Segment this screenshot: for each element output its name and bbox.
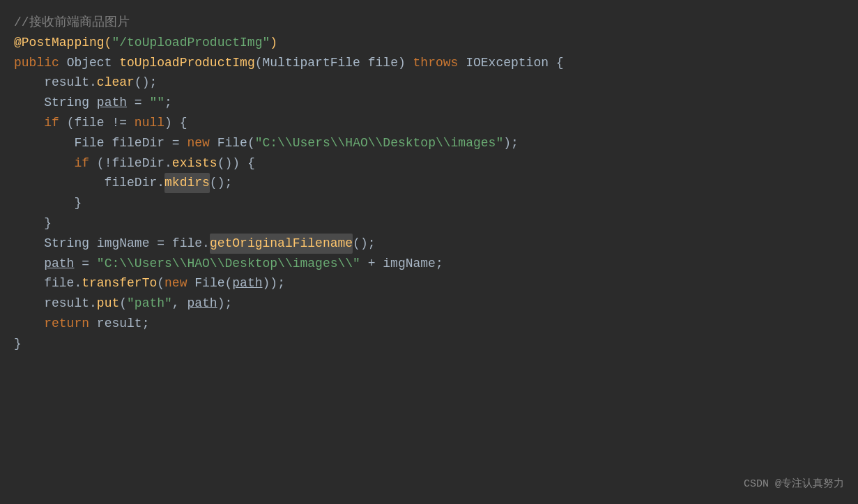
indent3: fileDir. <box>14 173 164 193</box>
method-name: toUploadProductImg <box>119 53 254 73</box>
paren-open: ( <box>255 53 263 73</box>
code-line-2: @PostMapping("/toUploadProductImg") <box>14 33 844 53</box>
code-line-9: fileDir.mkdirs(); <box>14 173 844 193</box>
annotation-close: ) <box>270 33 277 53</box>
path-string2: "C:\\Users\\HAO\\Desktop\\images\\" <box>97 254 360 274</box>
put-close: ); <box>217 293 233 314</box>
path-var4: path <box>187 293 217 314</box>
indent1 <box>14 254 44 274</box>
file-type3: File <box>194 273 224 293</box>
code-line-10: } <box>14 193 844 213</box>
code-line-17: } <box>14 334 844 354</box>
string-type2: String <box>44 234 97 254</box>
new-keyword2: new <box>164 273 194 293</box>
indent1 <box>14 234 44 254</box>
comment-text: //接收前端商品图片 <box>14 13 130 33</box>
if-keyword2: if <box>74 153 96 174</box>
put-comma: , <box>172 293 187 314</box>
code-line-7: File fileDir = new File("C:\\Users\\HAO\… <box>14 133 844 153</box>
path-var3: path <box>232 273 262 293</box>
file-type2: File <box>217 133 247 153</box>
paren-close: ) <box>398 53 413 73</box>
getoriginal-parens: (); <box>353 234 375 254</box>
code-line-8: if (!fileDir.exists()) { <box>14 153 844 174</box>
code-line-1: //接收前端商品图片 <box>14 13 844 33</box>
equals2: = <box>74 254 96 274</box>
param-type: MultipartFile <box>263 53 368 73</box>
transferto-method: transferTo <box>82 273 157 293</box>
put-open: ( <box>119 293 127 314</box>
clear-parens: (); <box>135 72 157 93</box>
indent1 <box>14 113 44 133</box>
indent2-brace: } <box>14 193 82 213</box>
watermark: CSDN @专注认真努力 <box>744 476 844 493</box>
indent1 <box>14 93 44 113</box>
paren2: ) { <box>164 113 187 133</box>
put-method: put <box>97 293 119 314</box>
return-type: Object <box>67 53 120 73</box>
filedir-var: fileDir = <box>112 133 187 153</box>
return-value: result; <box>97 314 150 334</box>
indent1: file. <box>14 273 82 293</box>
exists-parens: ()) { <box>217 153 255 174</box>
mkdirs-highlight: mkdirs <box>164 173 210 193</box>
path-var: path <box>97 93 127 113</box>
code-line-4: result.clear(); <box>14 72 844 93</box>
code-line-11: } <box>14 213 844 234</box>
imgname-var: imgName = file. <box>97 234 210 254</box>
code-line-14: file.transferTo(new File(path)); <box>14 273 844 293</box>
clear-method: clear <box>97 72 135 93</box>
mkdirs-method: mkdirs <box>164 176 210 190</box>
exception-type: IOException <box>466 53 556 73</box>
annotation-text: @PostMapping( <box>14 33 112 53</box>
null-keyword: null <box>135 113 164 133</box>
code-line-13: path = "C:\\Users\\HAO\\Desktop\\images\… <box>14 254 844 274</box>
return-keyword: return <box>44 314 97 334</box>
path-string: "C:\\Users\\HAO\\Desktop\\images" <box>255 133 503 153</box>
watermark-text: CSDN @专注认真努力 <box>744 478 844 490</box>
indent2 <box>14 153 74 174</box>
getoriginalfilename-method: getOriginalFilename <box>210 236 353 250</box>
code-line-12: String imgName = file.getOriginalFilenam… <box>14 234 844 254</box>
put-key: "path" <box>127 293 172 314</box>
indent1 <box>14 314 44 334</box>
string-type: String <box>44 93 97 113</box>
code-editor: //接收前端商品图片 @PostMapping("/toUploadProduc… <box>0 0 858 504</box>
exists-call: (!fileDir. <box>97 153 172 174</box>
public-keyword: public <box>14 53 67 73</box>
brace-open: { <box>556 53 564 73</box>
file-type: File <box>74 133 112 153</box>
if-keyword: if <box>44 113 66 133</box>
indent1-brace: } <box>14 213 52 234</box>
transferto-args: ( <box>225 273 233 293</box>
code-line-5: String path = ""; <box>14 93 844 113</box>
new-keyword: new <box>187 133 217 153</box>
paren3: ( <box>247 133 255 153</box>
paren4: ); <box>503 133 519 153</box>
getoriginal-highlight: getOriginalFilename <box>210 234 353 254</box>
paren1: (file != <box>67 113 135 133</box>
empty-string: "" <box>149 93 164 113</box>
code-line-6: if (file != null) { <box>14 113 844 133</box>
code-line-16: return result; <box>14 314 844 334</box>
semicolon: ; <box>164 93 172 113</box>
exists-method: exists <box>172 153 217 174</box>
mkdirs-parens: (); <box>210 173 232 193</box>
path-var2: path <box>44 254 74 274</box>
string-value: "/toUploadProductImg" <box>112 33 270 53</box>
transferto-open: ( <box>157 273 164 293</box>
indent2 <box>14 133 74 153</box>
closing-brace: } <box>14 334 22 354</box>
concat: + imgName; <box>360 254 443 274</box>
param-name: file <box>368 53 398 73</box>
transferto-close: )); <box>263 273 285 293</box>
code-line-3: public Object toUploadProductImg(Multipa… <box>14 53 844 73</box>
throws-keyword: throws <box>413 53 466 73</box>
code-line-15: result.put("path", path); <box>14 293 844 314</box>
indent1: result. <box>14 293 97 314</box>
indent1: result. <box>14 72 97 93</box>
equals: = <box>127 93 149 113</box>
